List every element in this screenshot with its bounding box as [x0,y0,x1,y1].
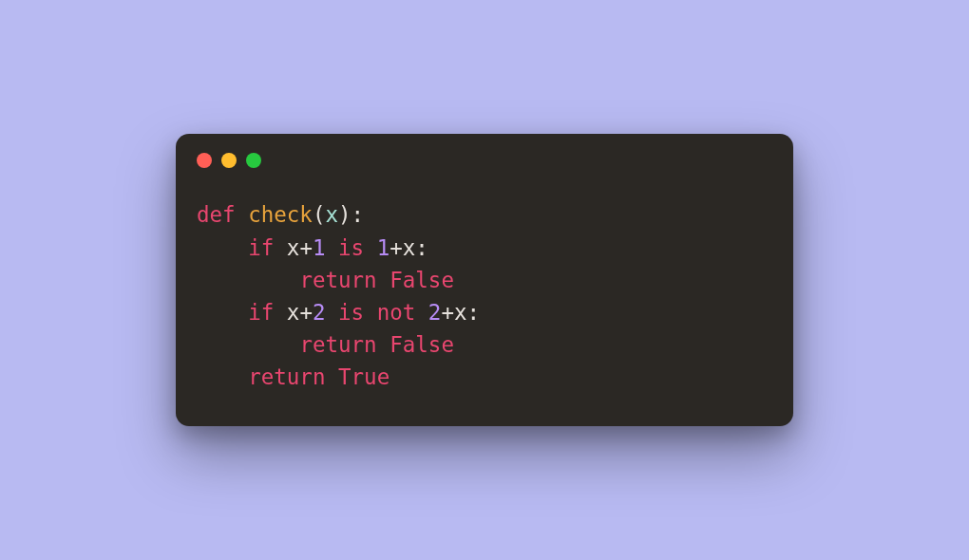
space [274,300,287,325]
colon: : [415,235,428,260]
bool-true: True [338,364,390,389]
space [364,235,377,260]
maximize-icon [246,153,261,168]
code-window: def check(x): if x+1 is 1+x: return Fals… [176,134,793,425]
var-x: x [287,300,300,325]
rparen: ) [338,202,352,227]
keyword-def: def [197,202,236,227]
keyword-is: is [338,235,364,260]
bool-false: False [390,268,454,292]
space [325,235,338,260]
keyword-return: return [299,268,376,292]
keyword-if: if [248,235,274,260]
plus-op: + [441,300,454,325]
var-x: x [287,235,300,260]
keyword-is: is [338,300,364,325]
keyword-return: return [248,364,325,389]
keyword-not: not [377,300,416,325]
param-x: x [325,202,338,227]
num-1: 1 [313,235,326,260]
code-block: def check(x): if x+1 is 1+x: return Fals… [176,168,793,425]
plus-op: + [299,300,313,325]
var-x: x [403,235,416,260]
space [236,202,249,227]
plus-op: + [299,235,313,260]
space [415,300,428,325]
space [377,332,390,357]
function-name: check [248,202,313,227]
num-2: 2 [313,300,326,325]
colon: : [466,300,480,325]
minimize-icon [221,153,237,168]
space [274,235,287,260]
space [325,300,338,325]
num-2b: 2 [428,300,442,325]
keyword-if: if [248,300,274,325]
space [325,364,338,389]
space [377,268,390,292]
num-1b: 1 [377,235,390,260]
var-x: x [454,300,467,325]
keyword-return: return [299,332,376,357]
colon: : [352,202,365,227]
bool-false: False [390,332,454,357]
close-icon [197,153,212,168]
space [364,300,377,325]
window-header [176,134,793,168]
plus-op: + [390,235,403,260]
lparen: ( [313,202,326,227]
